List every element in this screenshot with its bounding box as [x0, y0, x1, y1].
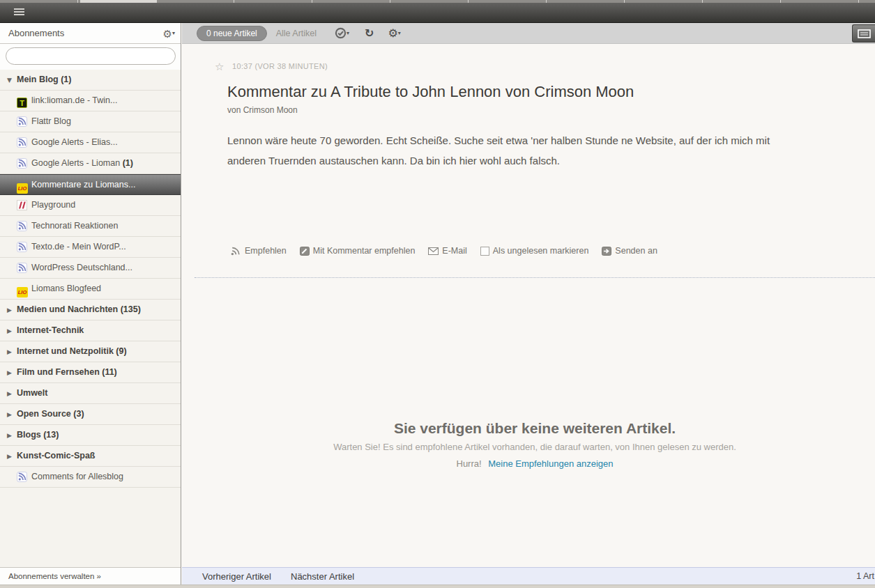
- sidebar-feed-item[interactable]: Technorati Reaktionen: [0, 216, 181, 237]
- article-content-area: ☆ 10:37 (VOR 38 MINUTEN) Kommentar zu A …: [182, 44, 875, 567]
- playground-icon: [17, 198, 28, 209]
- chevron-down-icon: ▾: [172, 30, 175, 36]
- star-icon[interactable]: ☆: [215, 61, 225, 73]
- folder-count: (135): [118, 304, 141, 314]
- sidebar-folder-item[interactable]: ▶Umwelt: [0, 383, 181, 404]
- rss-icon: [17, 135, 28, 146]
- sidebar-feed-item[interactable]: LIOKommentare zu Liomans...: [0, 174, 181, 195]
- sidebar-feed-item[interactable]: WordPress Deutschland...: [0, 258, 181, 279]
- feed-label: Comments for Allesblog: [31, 472, 123, 481]
- article-byline: von Crimson Moon: [227, 105, 875, 115]
- feed-label: Flattr Blog: [31, 116, 71, 126]
- sidebar-feed-item[interactable]: Playground: [0, 195, 181, 216]
- lio-badge-icon: LIO: [17, 178, 28, 189]
- sidebar-folder-item[interactable]: ▶Blogs (13): [0, 425, 181, 446]
- action-label: Mit Kommentar empfehlen: [313, 246, 416, 256]
- hamburger-menu-icon[interactable]: [14, 8, 25, 17]
- previous-article-button[interactable]: Vorheriger Artikel: [202, 571, 271, 582]
- feed-label: Texto.de - Mein WordP...: [31, 242, 126, 252]
- sidebar-folder-item[interactable]: ▶Kunst-Comic-Spaß: [0, 446, 181, 467]
- show-recommendations-link[interactable]: Meine Empfehlungen anzeigen: [488, 458, 613, 469]
- sidebar-folder-item[interactable]: ▶Internet und Netzpolitik (9): [0, 341, 181, 362]
- new-articles-badge[interactable]: 0 neue Artikel: [197, 26, 267, 41]
- recommend-with-comment-button[interactable]: Mit Kommentar empfehlen: [300, 246, 416, 256]
- check-circle-icon: [335, 27, 347, 39]
- sidebar-feed-item[interactable]: Flattr Blog: [0, 111, 181, 132]
- folder-count: (13): [41, 430, 59, 440]
- folder-label: Medien und Nachrichten: [17, 304, 118, 314]
- rss-icon: [17, 240, 28, 251]
- article-action-bar: Empfehlen Mit Kommentar empfehlen E-Mail…: [231, 246, 875, 256]
- folder-triangle-icon: ▼: [7, 70, 17, 91]
- email-icon: [428, 247, 439, 255]
- mark-all-read-button[interactable]: ▾: [335, 27, 349, 39]
- main-panel: 0 neue Artikel Alle Artikel ▾ ↻ ⚙▾: [182, 23, 875, 585]
- sidebar-feed-item[interactable]: Texto.de - Mein WordP...: [0, 237, 181, 258]
- feed-search-input[interactable]: [6, 47, 176, 65]
- email-button[interactable]: E-Mail: [428, 246, 466, 256]
- action-label: E-Mail: [442, 246, 466, 256]
- comment-recommend-icon: [300, 247, 310, 256]
- folder-label: Film und Fernsehen: [17, 367, 100, 377]
- folder-label: Umwelt: [17, 388, 47, 398]
- folder-count: (1): [59, 75, 72, 84]
- sidebar-feed-item[interactable]: Comments for Allesblog: [0, 467, 181, 488]
- sidebar-folder-item[interactable]: ▶Internet-Technik: [0, 320, 181, 341]
- view-settings-button[interactable]: ⚙▾: [388, 26, 401, 40]
- sidebar-feed-item[interactable]: LIOLiomans Blogfeed: [0, 279, 181, 300]
- sidebar-list: ▼Mein Blog (1) Tlink:lioman.de - Twin...…: [0, 70, 181, 488]
- rss-icon: [17, 114, 28, 125]
- folder-triangle-icon: ▶: [7, 447, 17, 467]
- folder-triangle-icon: ▶: [7, 426, 17, 446]
- chevron-down-icon: ▾: [398, 30, 401, 36]
- article: ☆ 10:37 (VOR 38 MINUTEN) Kommentar zu A …: [182, 44, 875, 256]
- folder-count: (3): [71, 409, 84, 419]
- feed-label: Google Alerts - Lioman: [31, 158, 120, 168]
- feed-label: Kommentare zu Liomans...: [31, 180, 135, 189]
- sidebar-feed-item[interactable]: Tlink:lioman.de - Twin...: [0, 91, 181, 111]
- feed-label: Technorati Reaktionen: [31, 221, 118, 231]
- folder-triangle-icon: ▶: [7, 321, 17, 341]
- sidebar-folder-item[interactable]: ▶Open Source (3): [0, 404, 181, 425]
- folder-label: Kunst-Comic-Spaß: [17, 451, 96, 461]
- sidebar-settings-button[interactable]: ⚙▾: [163, 23, 175, 44]
- sidebar-feed-item[interactable]: Google Alerts - Lioman (1): [0, 153, 181, 174]
- folder-label: Open Source: [17, 409, 71, 419]
- recommend-button[interactable]: Empfehlen: [231, 246, 287, 256]
- empty-state-title: Sie verfügen über keine weiteren Artikel…: [195, 420, 875, 437]
- folder-count: (9): [114, 346, 127, 356]
- sidebar-folder-item[interactable]: ▶Film und Fernsehen (11): [0, 362, 181, 383]
- all-articles-tab[interactable]: Alle Artikel: [276, 29, 317, 38]
- refresh-button[interactable]: ↻: [365, 26, 374, 40]
- manage-subscriptions-link[interactable]: Abonnements verwalten »: [0, 567, 181, 585]
- send-icon: [602, 247, 611, 256]
- folder-label: Blogs: [17, 430, 41, 440]
- hurra-text: Hurra!: [457, 458, 482, 469]
- rss-icon: [17, 470, 28, 481]
- sidebar-header: Abonnements ⚙▾: [0, 23, 181, 44]
- folder-triangle-icon: ▶: [7, 363, 17, 383]
- recommend-icon: [231, 247, 241, 256]
- article-title: Kommentar zu A Tribute to John Lennon vo…: [227, 83, 875, 101]
- bottom-edge-strip: [0, 585, 875, 588]
- t-badge-icon: T: [17, 93, 28, 105]
- gear-icon: ⚙: [163, 28, 172, 40]
- article-toolbar: 0 neue Artikel Alle Artikel ▾ ↻ ⚙▾: [182, 23, 875, 44]
- folder-label: Internet und Netzpolitik: [17, 346, 114, 356]
- sidebar-folder-item[interactable]: ▶Medien und Nachrichten (135): [0, 300, 181, 320]
- folder-label: Mein Blog: [17, 75, 59, 84]
- feed-label: link:lioman.de - Twin...: [31, 95, 117, 105]
- app-topbar: [0, 3, 875, 23]
- send-to-button[interactable]: Senden an: [602, 246, 657, 256]
- list-view-toggle-button[interactable]: [852, 24, 875, 42]
- sidebar-feed-item[interactable]: Google Alerts - Elias...: [0, 132, 181, 153]
- empty-state-cta: Hurra! Meine Empfehlungen anzeigen: [195, 458, 875, 469]
- sidebar-title: Abonnements: [8, 28, 64, 38]
- next-article-button[interactable]: Nächster Artikel: [291, 571, 354, 582]
- mark-unread-button[interactable]: Als ungelesen markieren: [480, 246, 589, 256]
- article-count: 1 Art: [856, 568, 874, 585]
- sidebar-folder-item[interactable]: ▼Mein Blog (1): [0, 70, 181, 91]
- lio-badge-icon: LIO: [17, 281, 28, 293]
- folder-triangle-icon: ▶: [7, 384, 17, 404]
- sidebar-search-area: [0, 44, 181, 70]
